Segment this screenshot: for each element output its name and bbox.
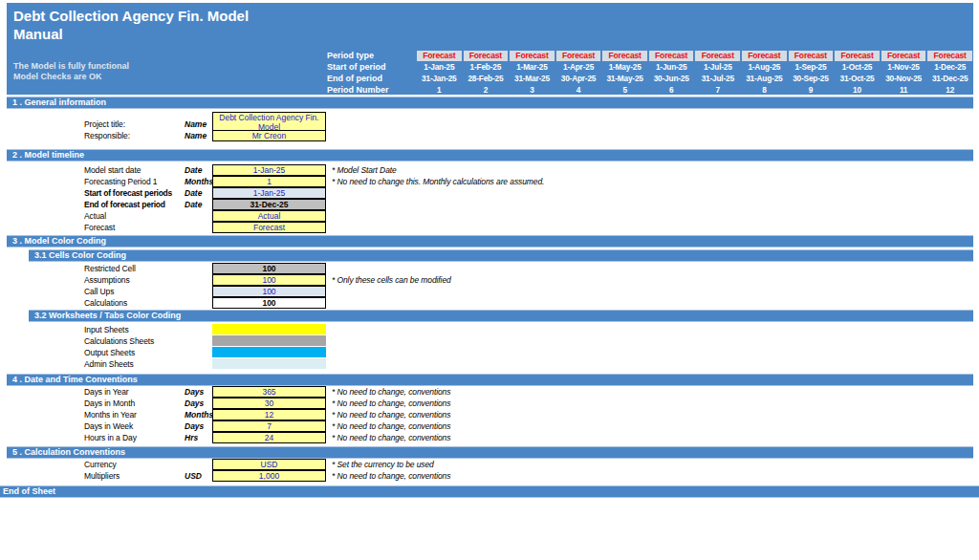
field-row-days-in-week: Days in Week Days 7 * No need to change,… bbox=[0, 420, 979, 432]
field-label: Calculations bbox=[84, 298, 127, 308]
calculations-sheets-color-swatch bbox=[212, 335, 326, 346]
field-unit: Hrs bbox=[185, 433, 198, 442]
field-note: * Only these cells can be modified bbox=[332, 275, 451, 285]
field-label: Assumptions bbox=[84, 275, 130, 285]
period-end-cell: 31-Aug-25 bbox=[741, 74, 788, 84]
hours-in-a-day-input-cell[interactable]: 24 bbox=[212, 432, 326, 443]
field-unit: Name bbox=[185, 131, 207, 140]
field-row-end-of-forecast: End of forecast period Date 31-Dec-25 bbox=[0, 199, 979, 210]
period-number-cell: 2 bbox=[463, 85, 510, 96]
period-end-cell: 31-Dec-25 bbox=[926, 74, 973, 84]
period-number-label: Period Number bbox=[327, 85, 416, 95]
section-3-header: 3 . Model Color Coding bbox=[7, 235, 973, 248]
period-type-cell: Forecast bbox=[556, 51, 601, 61]
section-5-header: 5 . Calculation Conventions bbox=[7, 446, 973, 459]
field-row-output-sheets: Output Sheets bbox=[0, 347, 979, 358]
field-note: * Model Start Date bbox=[332, 165, 397, 175]
period-start-cell: 1-Oct-25 bbox=[834, 62, 881, 73]
field-unit: Name bbox=[185, 119, 207, 129]
period-type-cell: Forecast bbox=[464, 51, 509, 61]
field-row-forecasting-period: Forecasting Period 1 Months 1 * No need … bbox=[0, 176, 979, 187]
period-type-label: Period type bbox=[327, 51, 416, 60]
period-table: Period type Forecast Forecast Forecast F… bbox=[327, 50, 973, 96]
period-type-cell: Forecast bbox=[649, 51, 694, 61]
manual-sheet-page: Debt Collection Agency Fin. Model Manual… bbox=[0, 0, 979, 560]
forecast-input-cell[interactable]: Forecast bbox=[212, 222, 326, 233]
period-number-cell: 9 bbox=[788, 85, 835, 96]
multipliers-input-cell[interactable]: 1,000 bbox=[212, 470, 326, 482]
period-end-cell: 31-Oct-25 bbox=[834, 74, 881, 84]
days-in-week-input-cell[interactable]: 7 bbox=[212, 420, 326, 432]
period-number-cell: 1 bbox=[416, 85, 463, 96]
period-type-cell: Forecast bbox=[417, 51, 462, 61]
forecasting-period-input-cell[interactable]: 1 bbox=[212, 176, 326, 187]
project-title-line1: Debt Collection Agency Fin. bbox=[219, 113, 318, 122]
field-label: End of forecast period bbox=[84, 200, 165, 209]
currency-input-cell[interactable]: USD bbox=[212, 459, 326, 470]
period-end-cell: 31-May-25 bbox=[601, 74, 648, 84]
field-label: Project title: bbox=[84, 119, 125, 129]
field-unit: Date bbox=[185, 165, 202, 175]
period-start-cell: 1-Mar-25 bbox=[509, 62, 555, 73]
period-end-cell: 30-Apr-25 bbox=[555, 74, 602, 84]
field-row-calculations: Calculations 100 bbox=[0, 297, 979, 309]
field-row-call-ups: Call Ups 100 bbox=[0, 286, 979, 297]
section-3-2-header: 3.2 Worksheets / Tabs Color Coding bbox=[29, 310, 973, 322]
field-note: * No need to change, conventions bbox=[332, 471, 450, 481]
field-unit: Days bbox=[185, 387, 204, 397]
period-start-cell: 1-Jun-25 bbox=[648, 62, 695, 73]
assumptions-sample-cell[interactable]: 100 bbox=[212, 274, 326, 286]
period-start-cell: 1-Jul-25 bbox=[694, 62, 741, 73]
model-status: The Model is fully functional Model Chec… bbox=[13, 61, 129, 82]
field-unit: Date bbox=[185, 200, 202, 209]
model-status-line2: Model Checks are OK bbox=[13, 72, 129, 82]
field-label: Input Sheets bbox=[84, 325, 129, 334]
field-note: * No need to change, conventions bbox=[332, 398, 450, 408]
workbook-title-line1: Debt Collection Agency Fin. Model bbox=[13, 7, 249, 25]
period-end-cell: 31-Jan-25 bbox=[416, 74, 463, 84]
period-end-cell: 30-Nov-25 bbox=[881, 74, 927, 84]
header-band: Debt Collection Agency Fin. Model Manual… bbox=[7, 3, 973, 95]
field-row-start-of-forecast: Start of forecast periods Date 1-Jan-25 bbox=[0, 187, 979, 199]
field-note: * No need to change, conventions bbox=[332, 433, 450, 442]
period-end-cell: 30-Sep-25 bbox=[788, 74, 835, 84]
admin-sheets-color-swatch bbox=[212, 358, 326, 369]
period-end-cell: 31-Mar-25 bbox=[509, 74, 555, 84]
days-in-year-input-cell[interactable]: 365 bbox=[212, 386, 326, 398]
period-type-cell: Forecast bbox=[835, 51, 880, 61]
period-start-row: Start of period 1-Jan-25 1-Feb-25 1-Mar-… bbox=[327, 61, 973, 73]
call-ups-sample-cell: 100 bbox=[212, 286, 326, 297]
field-row-responsible: Responsible: Name Mr Creon bbox=[0, 130, 979, 141]
section-2-header: 2 . Model timeline bbox=[7, 149, 973, 162]
field-row-days-in-month: Days in Month Days 30 * No need to chang… bbox=[0, 398, 979, 409]
input-sheets-color-swatch bbox=[212, 324, 326, 334]
period-number-cell: 7 bbox=[694, 85, 741, 96]
period-start-cell: 1-Dec-25 bbox=[926, 62, 973, 73]
months-in-year-input-cell[interactable]: 12 bbox=[212, 409, 326, 420]
field-label: Days in Week bbox=[84, 421, 133, 431]
days-in-month-input-cell[interactable]: 30 bbox=[212, 398, 326, 409]
field-note: * No need to change, conventions bbox=[332, 387, 450, 397]
period-number-cell: 11 bbox=[881, 85, 927, 96]
period-type-cell: Forecast bbox=[510, 51, 555, 61]
calculations-sample-cell: 100 bbox=[212, 297, 326, 309]
field-row-project-title: Project title: Name Debt Collection Agen… bbox=[0, 112, 979, 123]
period-type-cell: Forecast bbox=[789, 51, 834, 61]
field-label: Calculations Sheets bbox=[84, 336, 154, 346]
period-start-cell: 1-Sep-25 bbox=[788, 62, 835, 73]
period-start-cell: 1-Apr-25 bbox=[555, 62, 602, 73]
field-label: Start of forecast periods bbox=[84, 188, 172, 198]
actual-input-cell[interactable]: Actual bbox=[212, 210, 326, 222]
responsible-input-cell[interactable]: Mr Creon bbox=[212, 130, 326, 141]
period-end-cell: 30-Jun-25 bbox=[648, 74, 695, 84]
model-start-date-input-cell[interactable]: 1-Jan-25 bbox=[212, 164, 326, 176]
field-label: Actual bbox=[84, 211, 106, 221]
field-unit: USD bbox=[185, 471, 202, 481]
period-end-label: End of period bbox=[327, 74, 416, 83]
field-label: Model start date bbox=[84, 165, 141, 175]
field-unit: Days bbox=[185, 398, 204, 408]
field-row-hours-in-a-day: Hours in a Day Hrs 24 * No need to chang… bbox=[0, 432, 979, 443]
project-title-input-cell[interactable]: Debt Collection Agency Fin.Model bbox=[212, 112, 326, 132]
field-row-model-start-date: Model start date Date 1-Jan-25 * Model S… bbox=[0, 164, 979, 176]
end-of-forecast-restricted-cell: 31-Dec-25 bbox=[212, 199, 326, 210]
